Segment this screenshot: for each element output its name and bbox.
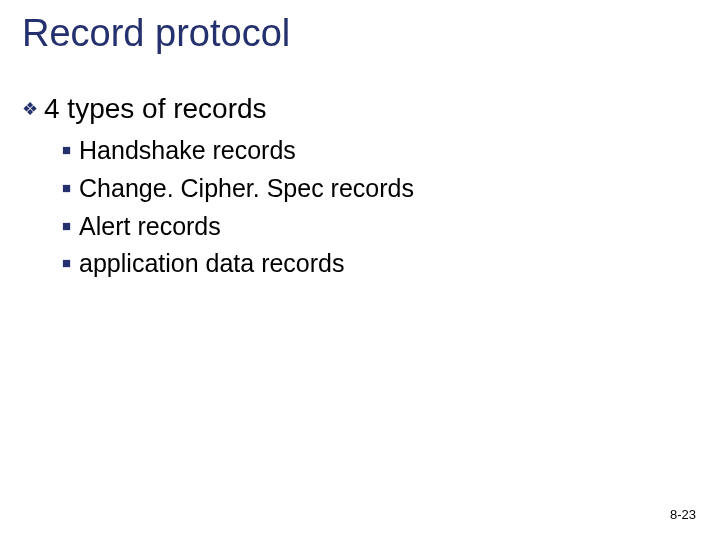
- sub-item-text: Change. Cipher. Spec records: [79, 172, 414, 206]
- sub-item-text: Alert records: [79, 210, 221, 244]
- page-number: 8-23: [670, 507, 696, 522]
- list-item: ■ application data records: [62, 247, 414, 281]
- main-bullet-text: 4 types of records: [44, 93, 267, 125]
- square-bullet-icon: ■: [62, 142, 71, 157]
- main-bullet: ❖ 4 types of records: [22, 93, 267, 125]
- square-bullet-icon: ■: [62, 218, 71, 233]
- list-item: ■ Alert records: [62, 210, 414, 244]
- sub-item-text: application data records: [79, 247, 344, 281]
- square-bullet-icon: ■: [62, 255, 71, 270]
- list-item: ■ Handshake records: [62, 134, 414, 168]
- slide: Record protocol ❖ 4 types of records ■ H…: [0, 0, 720, 540]
- slide-title: Record protocol: [22, 12, 290, 55]
- sub-bullet-list: ■ Handshake records ■ Change. Cipher. Sp…: [62, 134, 414, 285]
- diamond-bullet-icon: ❖: [22, 100, 38, 118]
- sub-item-text: Handshake records: [79, 134, 296, 168]
- square-bullet-icon: ■: [62, 180, 71, 195]
- list-item: ■ Change. Cipher. Spec records: [62, 172, 414, 206]
